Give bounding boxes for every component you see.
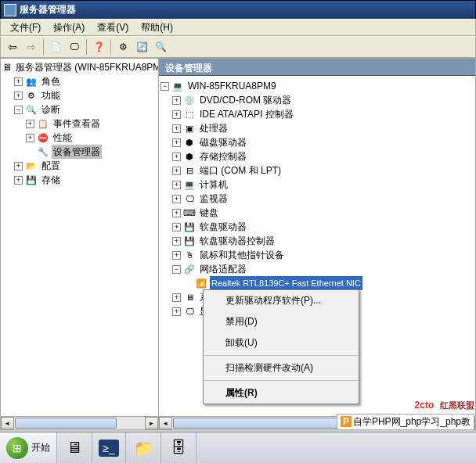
menu-view[interactable]: 查看(V) [91, 19, 135, 37]
expand-icon[interactable]: + [172, 110, 181, 119]
expand-icon[interactable]: + [172, 124, 181, 133]
dev-mouse[interactable]: +鼠标和其他指针设备 [160, 248, 474, 262]
dev-dvd[interactable]: +DVD/CD-ROM 驱动器 [160, 93, 474, 107]
tree-event[interactable]: +事件查看器 [2, 117, 157, 131]
ctx-uninstall[interactable]: 卸载(U) [204, 332, 359, 354]
dev-ide[interactable]: +IDE ATA/ATAPI 控制器 [160, 107, 474, 121]
expand-icon[interactable]: + [14, 77, 23, 86]
start-label: 开始 [31, 441, 50, 454]
toolbar-btn-4[interactable]: ⚙ [114, 38, 132, 56]
dev-network[interactable]: −网络适配器 [160, 262, 474, 276]
tree-roles[interactable]: +角色 [2, 74, 157, 88]
label: 鼠标和其他指针设备 [198, 248, 286, 262]
label: 软盘驱动器控制器 [198, 234, 276, 248]
expand-icon[interactable]: + [172, 96, 181, 105]
expand-icon[interactable]: + [172, 195, 181, 203]
expand-icon[interactable]: + [14, 176, 23, 185]
dev-storctrl[interactable]: +存储控制器 [160, 149, 474, 163]
tree-storage[interactable]: +存储 [2, 173, 157, 187]
expand-icon[interactable]: + [172, 237, 181, 246]
nav-forward-button[interactable]: ⇨ [23, 38, 40, 56]
page-icon: 📄 [50, 41, 62, 52]
separator [43, 39, 44, 55]
ctx-divider [204, 355, 358, 356]
start-button[interactable]: ⊞ 开始 [0, 432, 57, 463]
expand-icon[interactable]: + [172, 209, 181, 217]
expand-icon[interactable]: + [172, 307, 181, 316]
expand-icon[interactable]: + [172, 153, 181, 161]
expand-icon[interactable]: + [14, 92, 23, 100]
collapse-icon[interactable]: − [160, 82, 169, 91]
wm-badge-icon: P [341, 416, 352, 427]
taskbar-powershell[interactable]: ≥_ [92, 432, 126, 463]
dev-root[interactable]: −WIN-85FKRUA8PM9 [160, 79, 474, 93]
dvd-icon [183, 94, 196, 106]
taskbar-app[interactable]: 🗄 [161, 432, 197, 463]
scroll-thumb[interactable] [15, 418, 117, 429]
nav-back-button[interactable]: ⇦ [4, 38, 21, 56]
dev-keyboard[interactable]: +键盘 [160, 206, 474, 220]
expand-icon[interactable]: + [172, 167, 181, 175]
expand-icon[interactable]: + [172, 293, 181, 302]
dev-computer[interactable]: +计算机 [160, 178, 474, 192]
toolbar-btn-2[interactable]: 🖵 [66, 38, 83, 56]
dev-netadapter-item[interactable]: Realtek RTL8139C+ Fast Ethernet NIC [160, 276, 474, 290]
expand-icon[interactable]: + [14, 162, 23, 170]
toolbar-btn-6[interactable]: 🔍 [152, 38, 169, 56]
expand-icon[interactable]: + [172, 251, 181, 260]
dev-disk[interactable]: +磁盘驱动器 [160, 135, 474, 149]
devmgr-icon [37, 145, 49, 158]
scroll-left-button[interactable]: ◂ [1, 417, 14, 429]
help-icon: ❓ [93, 41, 105, 52]
toolbar-btn-3[interactable]: ❓ [90, 38, 107, 56]
tree-config[interactable]: +配置 [2, 159, 157, 173]
tree-root-label: 服务器管理器 (WIN-85FKRUA8PM [14, 60, 159, 74]
taskbar-explorer[interactable]: 📁 [126, 432, 161, 463]
menu-file[interactable]: 文件(F) [4, 19, 47, 37]
taskbar-servermgr[interactable]: 🖥 [57, 432, 92, 463]
collapse-icon[interactable]: − [14, 106, 23, 114]
refresh-icon: 🔄 [136, 41, 148, 52]
explorer-icon: 📁 [132, 437, 154, 459]
scroll-left-button[interactable]: ◂ [159, 417, 172, 429]
screen-icon: 🖵 [70, 41, 79, 52]
tree-root[interactable]: 服务器管理器 (WIN-85FKRUA8PM [2, 60, 157, 74]
netadapter-icon [195, 277, 207, 289]
expand-icon[interactable]: + [26, 134, 34, 142]
toolbar: ⇦ ⇨ 📄 🖵 ❓ ⚙ 🔄 🔍 [0, 36, 476, 58]
collapse-icon[interactable]: − [172, 265, 181, 274]
ctx-disable[interactable]: 禁用(D) [204, 311, 359, 332]
mouse-icon [183, 249, 196, 261]
left-hscroll[interactable]: ◂ ▸ [1, 416, 158, 429]
window-titlebar: 服务器管理器 [0, 0, 476, 19]
ctx-scan[interactable]: 扫描检测硬件改动(A) [204, 357, 359, 379]
toolbar-btn-1[interactable]: 📄 [47, 38, 64, 56]
ctx-update-driver[interactable]: 更新驱动程序软件(P)... [204, 290, 359, 311]
dev-floppy[interactable]: +软盘驱动器 [160, 220, 474, 234]
spacer [184, 279, 193, 288]
tree-features[interactable]: +功能 [2, 88, 157, 102]
tree-diag[interactable]: −诊断 [2, 102, 157, 117]
toolbar-btn-5[interactable]: 🔄 [133, 38, 150, 56]
arrow-right-icon: ⇨ [27, 41, 36, 53]
menu-action[interactable]: 操作(A) [47, 19, 91, 37]
expand-icon[interactable]: + [172, 181, 181, 189]
dev-monitor[interactable]: +监视器 [160, 192, 474, 206]
expand-icon[interactable]: + [26, 120, 34, 128]
dev-floppyctrl[interactable]: +软盘驱动器控制器 [160, 234, 474, 248]
spacer [26, 148, 34, 156]
tree-devmgr[interactable]: 设备管理器 [2, 145, 157, 159]
tree-perf[interactable]: +性能 [2, 131, 157, 145]
label: 网络适配器 [198, 262, 248, 276]
expand-icon[interactable]: + [172, 138, 181, 147]
display-icon [183, 305, 196, 318]
scroll-right-button[interactable]: ▸ [145, 417, 158, 429]
dev-cpu[interactable]: +处理器 [160, 121, 474, 135]
scroll-track[interactable] [14, 417, 145, 429]
expand-icon[interactable]: + [172, 223, 181, 232]
menu-help[interactable]: 帮助(H) [135, 19, 179, 37]
ctx-properties[interactable]: 属性(R) [204, 382, 359, 404]
app-icon [4, 4, 16, 16]
dev-port[interactable]: +端口 (COM 和 LPT) [160, 163, 474, 178]
separator [86, 39, 87, 55]
